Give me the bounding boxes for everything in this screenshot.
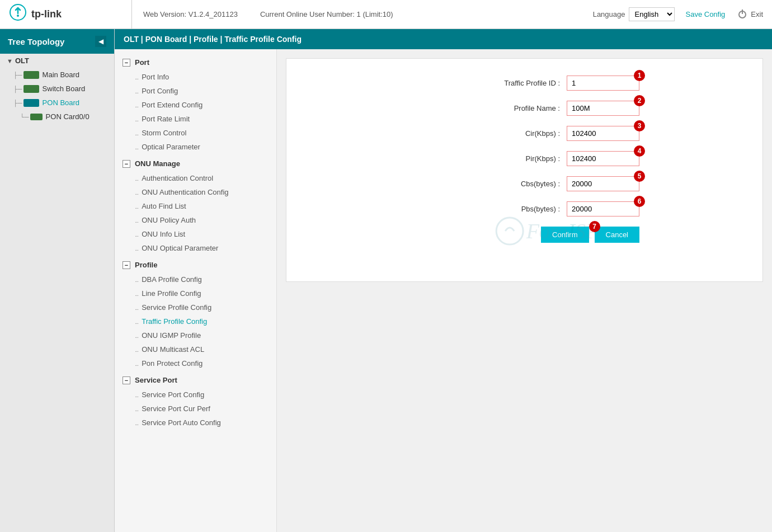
form-row-pir-kbps: Pir(Kbps) : 4 [298, 151, 751, 166]
tree-item-pon-card[interactable]: └─ PON Card0/0 [16, 111, 114, 123]
tree-node-olt: ▼ OLT [0, 54, 114, 68]
nav-section-onu-manage: − ONU Manage Authentication Control ONU … [115, 156, 276, 255]
nav-item-storm-control[interactable]: Storm Control [115, 126, 276, 140]
confirm-button[interactable]: Confirm [541, 227, 589, 243]
main-layout: Tree Topology ◀ ▼ OLT ├─ Main Board ├─ S… [0, 29, 772, 532]
nav-item-auto-find-list[interactable]: Auto Find List [115, 199, 276, 213]
nav-item-onu-auth-config[interactable]: ONU Authentication Config [115, 185, 276, 199]
nav-item-optical-parameter[interactable]: Optical Parameter [115, 140, 276, 154]
nav-item-onu-policy-auth[interactable]: ONU Policy Auth [115, 213, 276, 227]
traffic-profile-id-label: Traffic Profile ID : [470, 79, 560, 87]
tree-item-olt[interactable]: ▼ OLT [2, 55, 114, 67]
form-row-pbs-bytes: Pbs(bytes) : 6 [298, 201, 751, 216]
authentication-control-label: Authentication Control [142, 174, 213, 182]
cbs-bytes-badge: 5 [634, 171, 645, 182]
pon-card-label: PON Card0/0 [46, 112, 90, 121]
port-extend-config-label: Port Extend Config [142, 101, 203, 109]
line-profile-config-label: Line Profile Config [142, 289, 201, 298]
connector-pon-card: └─ [20, 114, 29, 120]
cir-kbps-badge: 3 [634, 120, 645, 131]
service-port-section-label: Service Port [135, 376, 177, 384]
nav-item-dba-profile-config[interactable]: DBA Profile Config [115, 272, 276, 286]
cbs-bytes-input[interactable] [567, 176, 639, 191]
service-port-auto-config-label: Service Port Auto Config [142, 418, 221, 427]
tree-item-pon-board[interactable]: ├─ PON Board [9, 97, 114, 109]
tree-item-switch-board[interactable]: ├─ Switch Board [9, 83, 114, 95]
form-row-cbs-bytes: Cbs(bytes) : 5 [298, 176, 751, 191]
port-expand-icon: − [123, 59, 130, 67]
port-info-label: Port Info [142, 73, 169, 81]
pon-board-label: PON Board [43, 98, 79, 107]
cir-kbps-input[interactable] [567, 126, 639, 141]
language-selector: Language English Chinese [593, 7, 675, 21]
header: tp-link Web Version: V1.2.4_201123 Curre… [0, 0, 772, 29]
nav-item-onu-igmp-profile[interactable]: ONU IGMP Profile [115, 328, 276, 342]
cbs-bytes-label: Cbs(bytes) : [470, 180, 560, 188]
onu-manage-section-label: ONU Manage [135, 159, 180, 168]
nav-item-port-rate-limit[interactable]: Port Rate Limit [115, 112, 276, 126]
nav-item-service-port-config[interactable]: Service Port Config [115, 388, 276, 402]
main-board-icon [23, 71, 39, 79]
save-config-button[interactable]: Save Config [686, 10, 726, 18]
nav-item-port-config[interactable]: Port Config [115, 84, 276, 98]
traffic-profile-id-badge: 1 [634, 70, 645, 81]
main-board-label: Main Board [43, 70, 79, 79]
switch-board-label: Switch Board [43, 84, 86, 93]
breadcrumb: OLT | PON Board | Profile | Traffic Prof… [115, 29, 772, 49]
onu-info-list-label: ONU Info List [142, 230, 185, 238]
nav-item-service-port-cur-perf[interactable]: Service Port Cur Perf [115, 402, 276, 416]
exit-button[interactable]: Exit [736, 10, 763, 18]
onu-auth-config-label: ONU Authentication Config [142, 188, 228, 196]
onu-manage-expand-icon: − [123, 160, 130, 168]
form-row-cir-kbps: Cir(Kbps) : 3 [298, 126, 751, 141]
tree-node-pon-board: ├─ PON Board [0, 96, 114, 110]
cancel-button[interactable]: Cancel [595, 227, 639, 243]
nav-section-header-service-port[interactable]: − Service Port [115, 373, 276, 388]
cbs-bytes-wrapper: 5 [567, 176, 639, 191]
onu-policy-auth-label: ONU Policy Auth [142, 216, 196, 224]
form-row-traffic-profile-id: Traffic Profile ID : 1 [298, 76, 751, 91]
logo-area: tp-link [9, 0, 132, 29]
svg-point-1 [17, 15, 19, 17]
service-port-cur-perf-label: Service Port Cur Perf [142, 404, 210, 413]
tree-item-main-board[interactable]: ├─ Main Board [9, 69, 114, 81]
service-port-expand-icon: − [123, 376, 130, 384]
sidebar-title: Tree Topology [8, 37, 64, 46]
sidebar: Tree Topology ◀ ▼ OLT ├─ Main Board ├─ S… [0, 29, 115, 532]
profile-section-label: Profile [135, 261, 157, 269]
nav-item-traffic-profile-config[interactable]: Traffic Profile Config [115, 314, 276, 328]
nav-item-service-profile-config[interactable]: Service Profile Config [115, 300, 276, 314]
onu-multicast-acl-label: ONU Multicast ACL [142, 345, 204, 354]
pbs-bytes-label: Pbs(bytes) : [470, 205, 560, 213]
sidebar-header: Tree Topology ◀ [0, 29, 114, 54]
connector-switch-board: ├─ [13, 86, 22, 92]
pbs-bytes-input[interactable] [567, 201, 639, 216]
nav-item-line-profile-config[interactable]: Line Profile Config [115, 286, 276, 300]
nav-item-service-port-auto-config[interactable]: Service Port Auto Config [115, 416, 276, 430]
nav-item-onu-optical-parameter[interactable]: ONU Optical Parameter [115, 241, 276, 255]
sidebar-toggle-button[interactable]: ◀ [95, 36, 106, 47]
nav-section-header-port[interactable]: − Port [115, 55, 276, 70]
pir-kbps-input[interactable] [567, 151, 639, 166]
profile-name-input[interactable] [567, 101, 639, 116]
nav-item-authentication-control[interactable]: Authentication Control [115, 171, 276, 185]
power-icon [738, 11, 746, 18]
pir-kbps-label: Pir(Kbps) : [470, 154, 560, 163]
nav-item-port-info[interactable]: Port Info [115, 70, 276, 84]
nav-item-onu-info-list[interactable]: ONU Info List [115, 227, 276, 241]
nav-item-port-extend-config[interactable]: Port Extend Config [115, 98, 276, 112]
switch-board-icon [23, 85, 39, 93]
traffic-profile-id-input[interactable] [567, 76, 639, 91]
port-config-label: Port Config [142, 87, 178, 95]
content-body: − Port Port Info Port Config Port Extend… [115, 49, 772, 532]
profile-name-wrapper: 2 [567, 101, 639, 116]
service-profile-config-label: Service Profile Config [142, 303, 211, 312]
language-select[interactable]: English Chinese [629, 7, 675, 21]
nav-item-onu-multicast-acl[interactable]: ONU Multicast ACL [115, 342, 276, 356]
pbs-bytes-badge: 6 [634, 196, 645, 207]
nav-item-pon-protect-config[interactable]: Pon Protect Config [115, 356, 276, 370]
profile-name-badge: 2 [634, 95, 645, 106]
port-rate-limit-label: Port Rate Limit [142, 115, 190, 123]
nav-section-header-profile[interactable]: − Profile [115, 257, 276, 272]
nav-section-header-onu-manage[interactable]: − ONU Manage [115, 156, 276, 171]
